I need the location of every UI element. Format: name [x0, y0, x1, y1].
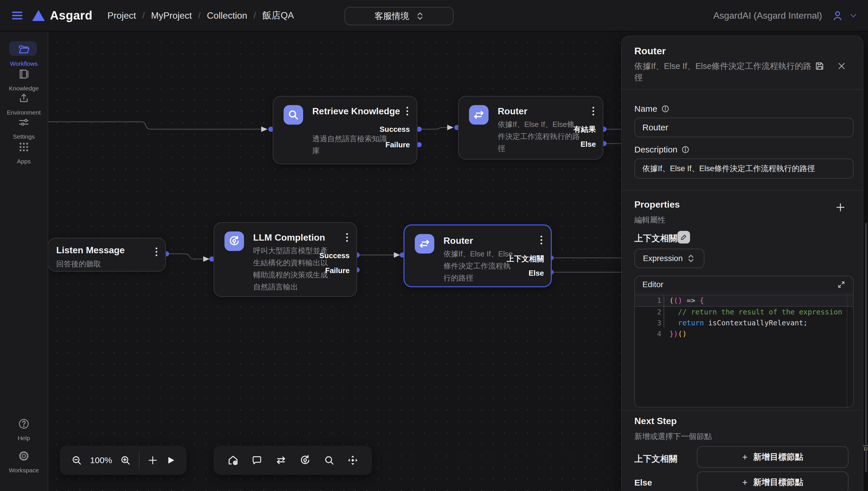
breadcrumb-current[interactable]: 飯店QA — [262, 9, 294, 22]
node-retrieve-knowledge[interactable]: Retrieve Knowledge 透過自然語言檢索知識 庫 Success … — [273, 96, 417, 164]
sidebar-item-workspace[interactable]: Workspace — [0, 450, 48, 474]
node-description: 依據If、Else If、Else條 件決定工作流程執行的路 徑 — [498, 118, 580, 154]
name-input[interactable] — [634, 118, 854, 137]
sidebar-item-help[interactable]: Help — [0, 417, 48, 442]
output-port-label-success[interactable]: Success — [319, 250, 350, 261]
code-line: 1(() => { — [635, 295, 853, 307]
fit-view-button[interactable] — [347, 454, 359, 466]
description-input[interactable] — [634, 158, 854, 179]
zoom-in-button[interactable] — [119, 454, 131, 466]
node-router-selected[interactable]: Router 依據If、Else If、Else 條件決定工作流程執 行的路徑 … — [403, 225, 552, 287]
sidebar-item-workflows[interactable]: Workflows — [0, 43, 48, 67]
apps-grid-icon — [18, 141, 30, 153]
output-port-label-failure[interactable]: Failure — [325, 265, 350, 276]
output-port-label-context[interactable]: 上下文相關 — [507, 254, 544, 264]
output-port-label-hasresult[interactable]: 有結果 — [573, 124, 596, 134]
message-node-button[interactable] — [251, 454, 263, 466]
sidebar-item-settings[interactable]: Settings — [0, 116, 48, 140]
gear-icon — [18, 450, 30, 462]
llm-completion-icon — [225, 231, 244, 251]
node-listen-message[interactable]: Listen Message 回答後的聽取 — [48, 238, 166, 271]
router-node-button[interactable] — [275, 454, 287, 467]
sidebar-item-environment[interactable]: Environment — [0, 92, 48, 116]
name-field-label: Name — [634, 104, 669, 114]
account-area[interactable]: AsgardAI (Asgard Internal) — [713, 9, 858, 22]
zoom-level: 100% — [90, 455, 112, 465]
node-description: 透過自然語言檢索知識 庫 — [312, 133, 387, 157]
sidebar-item-knowledge[interactable]: Knowledge — [0, 68, 48, 92]
add-target-node-button-else[interactable]: + 新增目標節點 — [697, 471, 848, 491]
breadcrumb-project[interactable]: Project — [107, 10, 136, 21]
output-port-label-else[interactable]: Else — [581, 139, 596, 149]
plus-icon: + — [742, 452, 748, 463]
brand-name[interactable]: Asgard — [50, 9, 92, 22]
node-palette-toolbar — [214, 445, 372, 475]
node-title: Retrieve Knowledge — [312, 104, 404, 118]
node-description: 回答後的聽取 — [56, 258, 101, 270]
output-port-label-else[interactable]: Else — [529, 268, 544, 278]
panel-scrollbar[interactable] — [865, 223, 867, 472]
user-avatar-icon[interactable] — [831, 9, 844, 22]
environment-select[interactable]: 客服情境 — [345, 7, 453, 25]
node-menu-button[interactable] — [405, 106, 409, 117]
indent-guide — [664, 295, 664, 327]
add-button[interactable] — [147, 455, 158, 466]
zoom-out-button[interactable] — [70, 454, 83, 466]
node-llm-completion[interactable]: LLM Completion 呼叫大型語言模型並產 生結構化的資料輸出以 輔助流… — [214, 222, 357, 297]
info-icon[interactable] — [682, 146, 689, 154]
node-menu-button[interactable] — [154, 247, 158, 257]
panel-divider — [622, 190, 863, 191]
breadcrumb-collection[interactable]: Collection — [207, 10, 247, 21]
code-line: 3 return isContextuallyRelevant; — [635, 318, 853, 328]
property-type-select[interactable]: Expression — [634, 249, 705, 268]
description-field-label: Description — [634, 145, 689, 154]
zoom-toolbar: 100% — [60, 445, 186, 475]
router-icon — [415, 234, 434, 254]
editor-scrollbar[interactable] — [847, 293, 847, 407]
asgard-logo-icon[interactable] — [32, 10, 45, 21]
editor-title: Editor — [642, 280, 663, 289]
plus-icon: + — [742, 477, 748, 488]
close-icon[interactable] — [837, 61, 846, 70]
node-title: Listen Message — [56, 243, 125, 257]
panel-divider — [622, 410, 863, 411]
next-step-title: Next Step — [634, 416, 677, 426]
node-title: LLM Completion — [253, 230, 325, 244]
node-description: 呼叫大型語言模型並產 生結構化的資料輸出以 輔助流程的決策或生成 自然語言輸出 — [253, 244, 328, 293]
add-start-node-button[interactable] — [227, 454, 239, 467]
account-name: AsgardAI (Asgard Internal) — [713, 10, 822, 21]
node-menu-button[interactable] — [591, 106, 595, 117]
info-icon[interactable] — [661, 105, 669, 113]
add-target-node-button-context[interactable]: + 新增目標節點 — [697, 446, 848, 468]
app-sidebar: Workflows Knowledge Environment Settings… — [0, 32, 48, 491]
sidebar-item-apps[interactable]: Apps — [0, 141, 48, 165]
llm-node-button[interactable] — [299, 454, 311, 467]
output-port-label-success[interactable]: Success — [380, 124, 410, 134]
node-menu-button[interactable] — [539, 235, 543, 246]
node-title: Router — [444, 233, 473, 248]
hamburger-menu-icon[interactable] — [10, 9, 24, 22]
retrieve-node-button[interactable] — [323, 454, 335, 466]
next-step-row-label-context: 上下文相關 — [634, 453, 678, 465]
run-workflow-button[interactable] — [166, 455, 176, 465]
chevron-down-icon[interactable] — [849, 11, 858, 20]
expression-editor: Editor 1(() => {2 // return the result o… — [634, 276, 854, 408]
editor-code-area[interactable]: 1(() => {2 // return the result of the e… — [635, 293, 853, 407]
output-port-label-failure[interactable]: Failure — [386, 140, 410, 150]
book-icon — [18, 68, 30, 80]
edit-property-button[interactable] — [678, 231, 690, 243]
upload-icon — [18, 92, 30, 105]
panel-divider — [622, 89, 863, 90]
next-step-subtitle: 新增或選擇下一個節點 — [634, 431, 712, 442]
breadcrumb-myproject[interactable]: MyProject — [151, 10, 192, 21]
code-text: // return the result of the expression — [669, 307, 842, 318]
breadcrumb-separator: / — [253, 11, 256, 20]
node-menu-button[interactable] — [345, 232, 349, 243]
node-router-top[interactable]: Router 依據If、Else If、Else條 件決定工作流程執行的路 徑 … — [458, 96, 603, 160]
add-property-button[interactable] — [835, 202, 846, 213]
breadcrumb-separator: / — [142, 11, 145, 20]
chevron-updown-icon — [687, 254, 698, 263]
save-icon[interactable] — [815, 61, 825, 71]
expand-icon[interactable] — [837, 280, 846, 289]
breadcrumb: Project / MyProject / Collection / 飯店QA — [107, 9, 294, 22]
